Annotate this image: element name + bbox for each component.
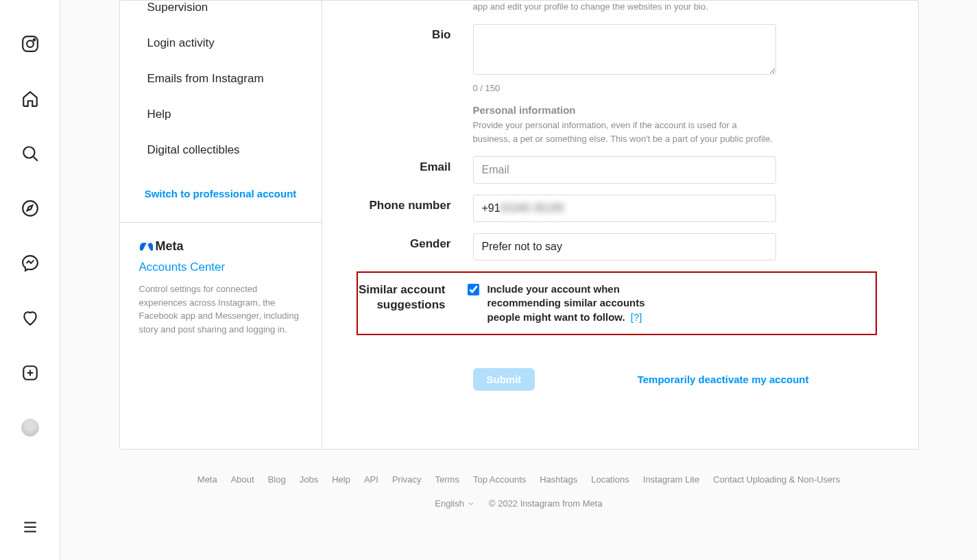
footer-link[interactable]: Privacy (392, 474, 422, 485)
sidebar-item-emails[interactable]: Emails from Instagram (120, 61, 322, 97)
svg-line-4 (33, 157, 37, 161)
bio-label: Bio (363, 24, 473, 42)
footer-links: Meta About Blog Jobs Help API Privacy Te… (119, 474, 919, 485)
phone-label: Phone number (363, 195, 473, 212)
gender-label: Gender (363, 233, 473, 251)
meta-icon (139, 240, 153, 254)
footer-link[interactable]: Terms (435, 474, 459, 485)
svg-point-5 (23, 201, 38, 216)
hamburger-menu-icon[interactable] (14, 511, 47, 536)
footer-link[interactable]: Help (332, 474, 350, 485)
similar-suggestions-label-line2: suggestions (376, 298, 445, 311)
similar-suggestions-checkbox-label: Include your account when recommending s… (487, 282, 673, 324)
bio-char-count: 0 / 150 (473, 83, 776, 93)
svg-marker-6 (27, 206, 32, 211)
settings-form: app and edit your profile to change the … (322, 1, 918, 449)
footer-link[interactable]: Contact Uploading & Non-Users (713, 474, 840, 485)
phone-number-blurred: 01045 05195 (500, 202, 564, 215)
explore-icon[interactable] (14, 192, 47, 225)
meta-label: Meta (156, 239, 184, 254)
left-nav-rail (0, 0, 60, 536)
highlight-annotation: Similar account suggestions Include your… (357, 271, 877, 335)
footer-link[interactable]: Instagram Lite (643, 474, 699, 485)
meta-brand: Meta (139, 239, 302, 254)
sidebar-item-digital-collectibles[interactable]: Digital collectibles (120, 132, 322, 168)
footer-link[interactable]: Meta (197, 474, 217, 485)
submit-button[interactable]: Submit (473, 368, 535, 391)
footer-link[interactable]: API (364, 474, 378, 485)
sidebar-item-help[interactable]: Help (120, 97, 322, 132)
heart-icon[interactable] (14, 302, 47, 334)
personal-info-heading: Personal information (473, 104, 776, 116)
svg-point-3 (23, 147, 34, 158)
gender-input[interactable] (473, 233, 776, 260)
footer-link[interactable]: About (231, 474, 254, 485)
deactivate-account-link[interactable]: Temporarily deactivate my account (638, 374, 809, 385)
accounts-center-panel: Meta Accounts Center Control settings fo… (120, 222, 322, 355)
footer-link[interactable]: Jobs (300, 474, 318, 485)
phone-prefix: +91 (482, 202, 500, 215)
instagram-logo-icon[interactable] (14, 27, 47, 60)
settings-card: Supervision Login activity Emails from I… (119, 0, 919, 450)
footer-link[interactable]: Blog (268, 474, 286, 485)
accounts-center-description: Control settings for connected experienc… (139, 282, 302, 336)
profile-avatar[interactable] (14, 411, 47, 444)
settings-sidebar: Supervision Login activity Emails from I… (120, 1, 322, 449)
email-label: Email (363, 156, 473, 174)
chevron-down-icon (467, 500, 475, 508)
phone-input[interactable]: +91 01045 05195 (473, 195, 776, 222)
sidebar-item-supervision[interactable]: Supervision (120, 1, 322, 25)
similar-suggestions-label-line1: Similar account (359, 283, 446, 296)
language-label: English (435, 498, 464, 509)
page-footer: Meta About Blog Jobs Help API Privacy Te… (119, 474, 919, 509)
copyright-text: © 2022 Instagram from Meta (489, 498, 603, 509)
language-selector[interactable]: English (435, 498, 475, 509)
accounts-center-link[interactable]: Accounts Center (139, 260, 302, 274)
footer-link[interactable]: Top Accounts (473, 474, 526, 485)
footer-link[interactable]: Locations (591, 474, 629, 485)
home-icon[interactable] (14, 82, 47, 115)
svg-point-2 (33, 39, 35, 41)
create-icon[interactable] (14, 356, 47, 389)
similar-suggestions-checkbox[interactable] (468, 284, 479, 295)
messenger-icon[interactable] (14, 247, 47, 280)
personal-info-description: Provide your personal information, even … (473, 119, 776, 145)
website-hint-partial: app and edit your profile to change the … (473, 1, 776, 13)
search-icon[interactable] (14, 137, 47, 170)
footer-link[interactable]: Hashtags (540, 474, 577, 485)
similar-suggestions-help-link[interactable]: [?] (631, 311, 642, 323)
bio-textarea[interactable] (473, 24, 776, 75)
svg-point-1 (27, 40, 34, 47)
sidebar-item-login-activity[interactable]: Login activity (120, 25, 322, 61)
email-input[interactable] (473, 156, 776, 184)
switch-professional-link[interactable]: Switch to professional account (120, 168, 322, 222)
